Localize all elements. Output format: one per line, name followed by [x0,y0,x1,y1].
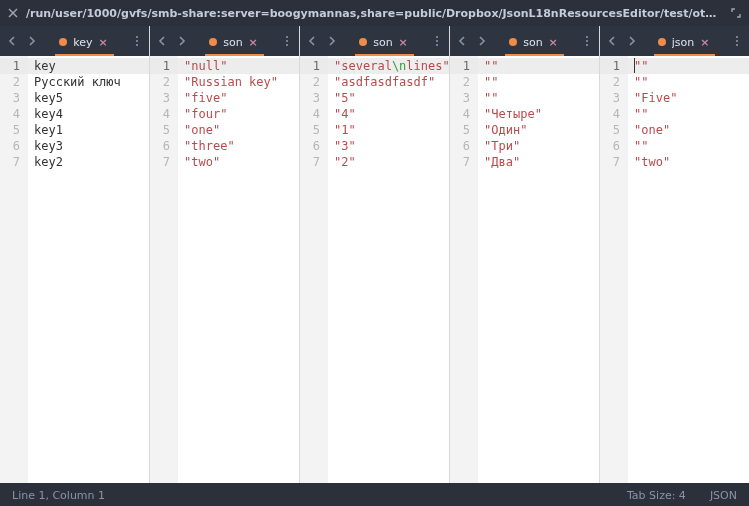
tab-menu-button[interactable] [427,26,447,56]
line-number: 1 [600,58,628,74]
svg-point-13 [586,44,588,46]
status-syntax[interactable]: JSON [710,489,737,502]
kebab-icon [282,35,292,47]
code-line: "3" [334,138,449,154]
code-line: "Russian key" [184,74,299,90]
file-tab[interactable]: json× [654,30,716,56]
file-tab-label: son [373,36,392,49]
code-content[interactable]: keyРусский ключkey5key4key1key3key2 [28,56,149,483]
dirty-indicator-icon [59,38,67,46]
window-maximize-button[interactable] [729,6,743,20]
code-line: "" [634,58,749,74]
pane-tab-bar: son× [150,26,299,56]
code-content[interactable]: """""""Четыре""Один""Три""Два" [478,56,599,483]
code-line: key4 [34,106,149,122]
tab-next-button[interactable] [172,26,192,56]
code-line: "" [634,74,749,90]
editor-pane: son×1234567"""""""Четыре""Один""Три""Два… [450,26,600,483]
line-number: 5 [608,122,620,138]
line-number: 5 [308,122,320,138]
code-editor[interactable]: 1234567"""""Five""""one""""two" [600,56,749,483]
file-tab[interactable]: key× [55,30,113,56]
window-close-button[interactable] [6,6,20,20]
file-tab[interactable]: son× [355,30,414,56]
chevron-left-icon [307,36,317,46]
code-line: "two" [184,154,299,170]
code-line: "2" [334,154,449,170]
tab-prev-button[interactable] [152,26,172,56]
code-content[interactable]: """""Five""""one""""two" [628,56,749,483]
close-icon [8,8,18,18]
status-tab-size[interactable]: Tab Size: 4 [627,489,686,502]
code-content[interactable]: "several\nlines""asdfasdfasdf""5""4""1""… [328,56,449,483]
code-line: "" [484,58,599,74]
code-line: "" [484,90,599,106]
code-editor[interactable]: 1234567"null""Russian key""five""four""o… [150,56,299,483]
line-number: 4 [158,106,170,122]
file-tab[interactable]: son× [505,30,564,56]
chevron-right-icon [27,36,37,46]
code-line: key [34,58,149,74]
maximize-icon [731,8,741,18]
tab-menu-button[interactable] [727,26,747,56]
pane-tab-bar: key× [0,26,149,56]
status-position[interactable]: Line 1, Column 1 [12,489,105,502]
chevron-left-icon [7,36,17,46]
tab-prev-button[interactable] [452,26,472,56]
tab-next-button[interactable] [472,26,492,56]
line-number: 5 [458,122,470,138]
chevron-left-icon [457,36,467,46]
tab-next-button[interactable] [622,26,642,56]
line-number: 4 [308,106,320,122]
code-line: key1 [34,122,149,138]
line-number: 2 [8,74,20,90]
code-line: "5" [334,90,449,106]
code-line: "two" [634,154,749,170]
tab-close-button[interactable]: × [549,36,558,49]
svg-point-8 [436,36,438,38]
code-editor[interactable]: 1234567keyРусский ключkey5key4key1key3ke… [0,56,149,483]
line-number: 2 [458,74,470,90]
tab-menu-button[interactable] [577,26,597,56]
code-line: "Три" [484,138,599,154]
tab-menu-button[interactable] [277,26,297,56]
file-tab-label: key [73,36,92,49]
code-line: "Один" [484,122,599,138]
code-line: "one" [634,122,749,138]
chevron-right-icon [477,36,487,46]
code-line: key3 [34,138,149,154]
line-number: 3 [8,90,20,106]
tab-close-button[interactable]: × [700,36,709,49]
code-line: "null" [184,58,299,74]
svg-point-4 [136,44,138,46]
tab-menu-button[interactable] [127,26,147,56]
tab-prev-button[interactable] [602,26,622,56]
code-editor[interactable]: 1234567"""""""Четыре""Один""Три""Два" [450,56,599,483]
code-editor[interactable]: 1234567"several\nlines""asdfasdfasdf""5"… [300,56,449,483]
svg-point-3 [136,40,138,42]
line-number: 1 [300,58,328,74]
tab-prev-button[interactable] [2,26,22,56]
line-number: 6 [458,138,470,154]
line-number: 4 [458,106,470,122]
file-tab[interactable]: son× [205,30,264,56]
tab-close-button[interactable]: × [249,36,258,49]
tab-prev-button[interactable] [302,26,322,56]
text-cursor [634,58,635,73]
editor-pane: json×1234567"""""Five""""one""""two" [600,26,749,483]
tab-next-button[interactable] [322,26,342,56]
tab-next-button[interactable] [22,26,42,56]
file-tab-label: son [523,36,542,49]
code-line: "4" [334,106,449,122]
pane-tab-bar: son× [450,26,599,56]
tab-close-button[interactable]: × [399,36,408,49]
line-number: 3 [308,90,320,106]
kebab-icon [132,35,142,47]
code-content[interactable]: "null""Russian key""five""four""one""thr… [178,56,299,483]
chevron-left-icon [157,36,167,46]
code-line: Русский ключ [34,74,149,90]
window-title: /run/user/1000/gvfs/smb-share:server=boo… [26,7,723,20]
code-line: "several\nlines" [334,58,449,74]
tab-close-button[interactable]: × [99,36,108,49]
line-number: 1 [150,58,178,74]
